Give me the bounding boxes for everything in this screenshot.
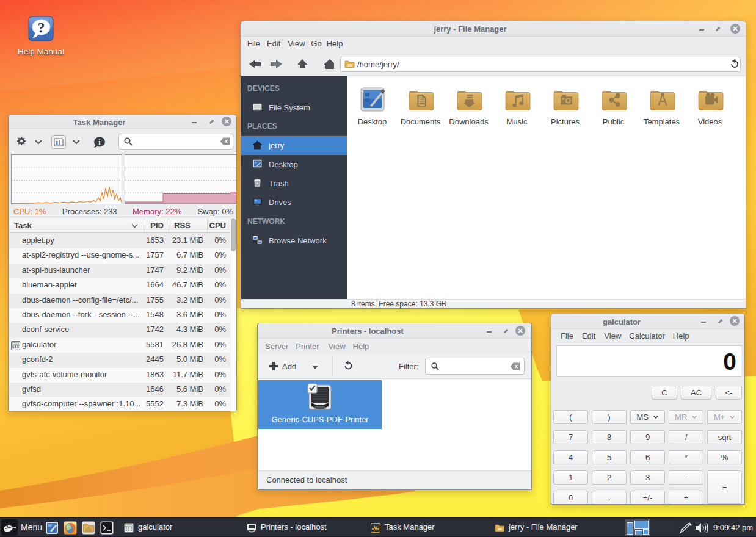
svg-text:?: ?: [38, 20, 45, 35]
